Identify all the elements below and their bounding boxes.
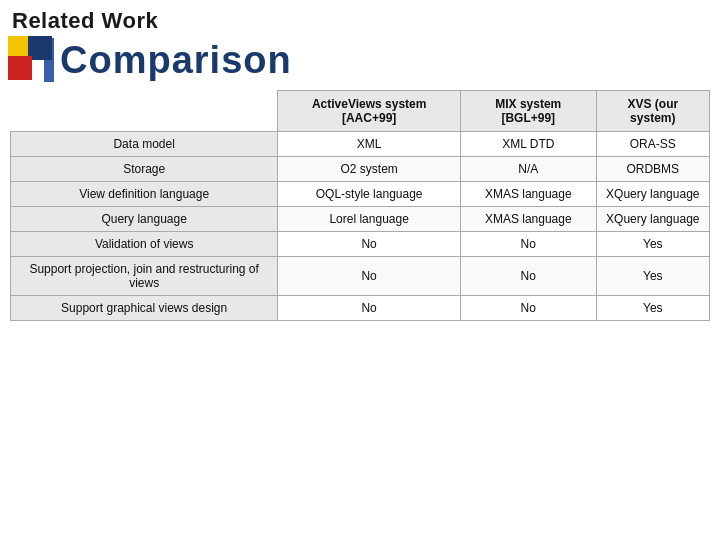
data-cell-2: ORA-SS (596, 131, 709, 156)
data-cell-2: XQuery language (596, 181, 709, 206)
data-cell-0: Lorel language (278, 206, 461, 231)
data-cell-2: XQuery language (596, 206, 709, 231)
table-header-row: ActiveViews system [AAC+99] MIX system [… (11, 90, 710, 131)
table-row: Support graphical views designNoNoYes (11, 295, 710, 320)
table-row: Query languageLorel languageXMAS languag… (11, 206, 710, 231)
col-header-activeviews: ActiveViews system [AAC+99] (278, 90, 461, 131)
data-cell-0: No (278, 256, 461, 295)
data-cell-1: XMAS language (460, 181, 596, 206)
section-title: Comparison (60, 39, 292, 81)
feature-cell: Support graphical views design (11, 295, 278, 320)
section-header: Comparison (0, 38, 720, 82)
col-header-empty (11, 90, 278, 131)
col-header-xvs: XVS (our system) (596, 90, 709, 131)
data-cell-1: No (460, 256, 596, 295)
data-cell-2: ORDBMS (596, 156, 709, 181)
header: Related Work (0, 0, 720, 38)
comparison-table-container: ActiveViews system [AAC+99] MIX system [… (0, 90, 720, 325)
data-cell-1: No (460, 231, 596, 256)
data-cell-2: Yes (596, 256, 709, 295)
table-row: Support projection, join and restructuri… (11, 256, 710, 295)
decorative-squares (8, 36, 62, 90)
data-cell-0: O2 system (278, 156, 461, 181)
red-square (8, 56, 32, 80)
data-cell-1: XMAS language (460, 206, 596, 231)
comparison-table: ActiveViews system [AAC+99] MIX system [… (10, 90, 710, 321)
table-row: Validation of viewsNoNoYes (11, 231, 710, 256)
data-cell-1: No (460, 295, 596, 320)
table-row: StorageO2 systemN/AORDBMS (11, 156, 710, 181)
feature-cell: Query language (11, 206, 278, 231)
feature-cell: Storage (11, 156, 278, 181)
data-cell-2: Yes (596, 295, 709, 320)
table-row: View definition languageOQL-style langua… (11, 181, 710, 206)
col-header-mix: MIX system [BGL+99] (460, 90, 596, 131)
data-cell-2: Yes (596, 231, 709, 256)
data-cell-1: N/A (460, 156, 596, 181)
data-cell-0: No (278, 231, 461, 256)
data-cell-1: XML DTD (460, 131, 596, 156)
feature-cell: Data model (11, 131, 278, 156)
data-cell-0: No (278, 295, 461, 320)
feature-cell: Validation of views (11, 231, 278, 256)
feature-cell: Support projection, join and restructuri… (11, 256, 278, 295)
table-row: Data modelXMLXML DTDORA-SS (11, 131, 710, 156)
page-title: Related Work (12, 8, 158, 33)
data-cell-0: OQL-style language (278, 181, 461, 206)
feature-cell: View definition language (11, 181, 278, 206)
data-cell-0: XML (278, 131, 461, 156)
